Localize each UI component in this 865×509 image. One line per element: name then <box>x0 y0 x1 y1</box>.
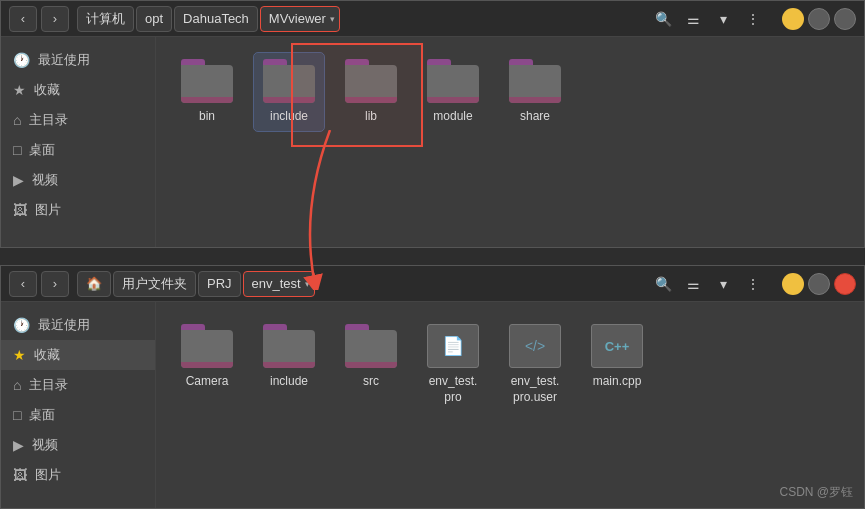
bottom-close-btn[interactable]: ✕ <box>834 273 856 295</box>
top-sidebar: 🕐 最近使用 ★ 收藏 ⌂ 主目录 □ 桌面 ▶ 视频 🖼 图片 <box>1 37 156 247</box>
bottom-minimize-btn[interactable]: — <box>782 273 804 295</box>
folder-share[interactable]: share <box>500 53 570 131</box>
file-env-test-pro-user-label: env_test.pro.user <box>511 374 560 405</box>
breadcrumb-user-folder[interactable]: 用户文件夹 <box>113 271 196 297</box>
bottom-video-icon: ▶ <box>13 437 24 453</box>
bottom-breadcrumb-area: 🏠 用户文件夹 PRJ env_test ▾ <box>73 271 646 297</box>
folder-src-label: src <box>363 374 379 390</box>
breadcrumb-home-icon[interactable]: 🏠 <box>77 271 111 297</box>
bottom-picture-icon: 🖼 <box>13 467 27 483</box>
home-icon: ⌂ <box>13 112 21 128</box>
close-btn[interactable]: ✕ <box>834 8 856 30</box>
video-icon: ▶ <box>13 172 24 188</box>
folder-module-label: module <box>433 109 472 125</box>
chevron-down-icon: ▾ <box>330 14 335 24</box>
bottom-sidebar-video[interactable]: ▶ 视频 <box>1 430 155 460</box>
sidebar-item-desktop[interactable]: □ 桌面 <box>1 135 155 165</box>
bottom-sidebar-label-recent: 最近使用 <box>38 316 90 334</box>
folder-include[interactable]: include <box>254 53 324 131</box>
sidebar-label-desktop: 桌面 <box>29 141 55 159</box>
folder-module-icon <box>427 59 479 103</box>
folder-include-bottom-icon <box>263 324 315 368</box>
bottom-desktop-icon: □ <box>13 407 21 423</box>
desktop-icon: □ <box>13 142 21 158</box>
bottom-home-icon: ⌂ <box>13 377 21 393</box>
bottom-sidebar-bookmarks[interactable]: ★ 收藏 <box>1 340 155 370</box>
file-main-cpp-label: main.cpp <box>593 374 642 390</box>
folder-bin[interactable]: bin <box>172 53 242 131</box>
sort-btn[interactable]: ⚌ <box>680 6 706 32</box>
folder-bin-icon <box>181 59 233 103</box>
bottom-sidebar-label-video: 视频 <box>32 436 58 454</box>
menu-btn[interactable]: ⋮ <box>740 6 766 32</box>
bottom-sidebar-label-home: 主目录 <box>29 376 68 394</box>
bottom-sidebar-recent[interactable]: 🕐 最近使用 <box>1 310 155 340</box>
folder-camera-label: Camera <box>186 374 229 390</box>
top-window-body: 🕐 最近使用 ★ 收藏 ⌂ 主目录 □ 桌面 ▶ 视频 🖼 图片 <box>1 37 864 247</box>
folder-include-bottom[interactable]: include <box>254 318 324 411</box>
picture-icon: 🖼 <box>13 202 27 218</box>
bottom-sidebar-label-pictures: 图片 <box>35 466 61 484</box>
maximize-btn[interactable]: □ <box>808 8 830 30</box>
folder-lib-label: lib <box>365 109 377 125</box>
breadcrumb-computer[interactable]: 计算机 <box>77 6 134 32</box>
folder-share-icon <box>509 59 561 103</box>
bottom-menu-btn[interactable]: ⋮ <box>740 271 766 297</box>
folder-src-icon <box>345 324 397 368</box>
folder-share-label: share <box>520 109 550 125</box>
cpp-icon: C++ <box>605 339 630 354</box>
bottom-star-icon: ★ <box>13 347 26 363</box>
top-file-manager: ‹ › 计算机 opt DahuaTech MVviewer ▾ 🔍 ⚌ ▾ ⋮… <box>0 0 865 248</box>
bottom-file-manager: ‹ › 🏠 用户文件夹 PRJ env_test ▾ 🔍 ⚌ ▾ ⋮ — □ ✕… <box>0 265 865 509</box>
sidebar-item-bookmarks[interactable]: ★ 收藏 <box>1 75 155 105</box>
file-env-test-pro-user[interactable]: </> env_test.pro.user <box>500 318 570 411</box>
sidebar-label-recent: 最近使用 <box>38 51 90 69</box>
breadcrumb-prj[interactable]: PRJ <box>198 271 241 297</box>
bottom-back-btn[interactable]: ‹ <box>9 271 37 297</box>
sidebar-item-recent[interactable]: 🕐 最近使用 <box>1 45 155 75</box>
folder-src[interactable]: src <box>336 318 406 411</box>
file-main-cpp[interactable]: C++ main.cpp <box>582 318 652 411</box>
star-icon: ★ <box>13 82 26 98</box>
folder-camera[interactable]: Camera <box>172 318 242 411</box>
file-env-test-pro[interactable]: 📄 env_test.pro <box>418 318 488 411</box>
top-back-btn[interactable]: ‹ <box>9 6 37 32</box>
breadcrumb-env-test[interactable]: env_test ▾ <box>243 271 315 297</box>
folder-bin-label: bin <box>199 109 215 125</box>
breadcrumb-dahuatech[interactable]: DahuaTech <box>174 6 258 32</box>
bottom-sidebar-label-bookmarks: 收藏 <box>34 346 60 364</box>
bottom-recent-icon: 🕐 <box>13 317 30 333</box>
folder-include-icon <box>263 59 315 103</box>
folder-include-label: include <box>270 109 308 125</box>
folder-module[interactable]: module <box>418 53 488 131</box>
sort-dropdown-btn[interactable]: ▾ <box>710 6 736 32</box>
sidebar-label-bookmarks: 收藏 <box>34 81 60 99</box>
sidebar-item-home[interactable]: ⌂ 主目录 <box>1 105 155 135</box>
bottom-window-controls: 🔍 ⚌ ▾ ⋮ — □ ✕ <box>650 271 856 297</box>
bottom-file-area: Camera include src <box>156 302 864 508</box>
breadcrumb-mvviewer[interactable]: MVviewer ▾ <box>260 6 340 32</box>
bottom-sort-dropdown-btn[interactable]: ▾ <box>710 271 736 297</box>
chevron-down-icon-bottom: ▾ <box>305 279 310 289</box>
bottom-titlebar: ‹ › 🏠 用户文件夹 PRJ env_test ▾ 🔍 ⚌ ▾ ⋮ — □ ✕ <box>1 266 864 302</box>
sidebar-item-video[interactable]: ▶ 视频 <box>1 165 155 195</box>
bottom-sidebar-desktop[interactable]: □ 桌面 <box>1 400 155 430</box>
bottom-sort-btn[interactable]: ⚌ <box>680 271 706 297</box>
bottom-maximize-btn[interactable]: □ <box>808 273 830 295</box>
bottom-forward-btn[interactable]: › <box>41 271 69 297</box>
file-env-test-pro-label: env_test.pro <box>429 374 478 405</box>
bottom-sidebar-home[interactable]: ⌂ 主目录 <box>1 370 155 400</box>
folder-camera-icon <box>181 324 233 368</box>
bottom-sidebar-label-desktop: 桌面 <box>29 406 55 424</box>
search-btn[interactable]: 🔍 <box>650 6 676 32</box>
bottom-sidebar-pictures[interactable]: 🖼 图片 <box>1 460 155 490</box>
sidebar-item-pictures[interactable]: 🖼 图片 <box>1 195 155 225</box>
minimize-btn[interactable]: — <box>782 8 804 30</box>
folder-lib[interactable]: lib <box>336 53 406 131</box>
top-forward-btn[interactable]: › <box>41 6 69 32</box>
bottom-search-btn[interactable]: 🔍 <box>650 271 676 297</box>
breadcrumb-opt[interactable]: opt <box>136 6 172 32</box>
top-file-area: bin include lib <box>156 37 864 247</box>
file-icon: 📄 <box>442 335 464 357</box>
folder-include-bottom-label: include <box>270 374 308 390</box>
